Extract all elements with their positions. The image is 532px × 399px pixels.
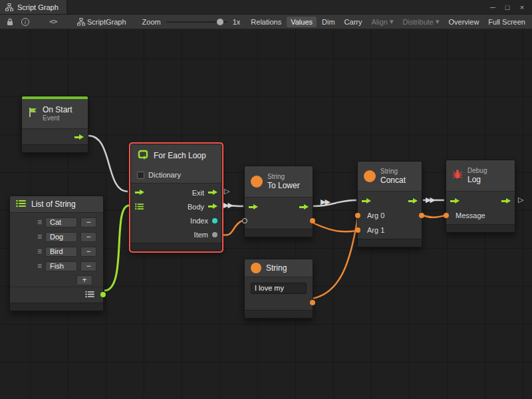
node-on-start[interactable]: On Start Event bbox=[21, 96, 88, 153]
string-type-icon bbox=[251, 263, 261, 273]
relations-button[interactable]: Relations bbox=[247, 17, 285, 27]
tab-title: Script Graph bbox=[17, 3, 59, 11]
close-icon[interactable]: × bbox=[516, 2, 528, 13]
chevron-down-icon: ▾ bbox=[390, 17, 394, 26]
remove-item-button[interactable]: − bbox=[80, 232, 96, 242]
result-output-port[interactable] bbox=[310, 218, 315, 223]
flow-input-port[interactable] bbox=[135, 190, 144, 196]
node-string-literal[interactable]: String bbox=[244, 259, 313, 319]
arg1-label: Arg 1 bbox=[367, 226, 384, 234]
code-view-icon[interactable]: <> bbox=[45, 16, 61, 27]
body-flow-arrows-icon: ▶▶ bbox=[223, 201, 232, 209]
bug-icon bbox=[452, 169, 463, 182]
tab-script-graph[interactable]: Script Graph bbox=[0, 0, 67, 14]
list-item-field[interactable]: Bird bbox=[45, 247, 77, 257]
zoom-label: Zoom bbox=[142, 18, 161, 26]
port-row-enter-exit: Exit bbox=[131, 186, 221, 200]
item-output-port[interactable] bbox=[212, 232, 217, 237]
list-item-field[interactable]: Dog bbox=[45, 232, 77, 242]
drag-handle-icon[interactable]: ≡ bbox=[37, 261, 42, 271]
flow-input-port[interactable] bbox=[362, 198, 371, 204]
arg1-input-port[interactable] bbox=[355, 227, 360, 233]
zoom-value: 1x bbox=[233, 18, 241, 26]
add-item-button[interactable]: + bbox=[76, 275, 92, 285]
string-value-input[interactable] bbox=[251, 283, 307, 294]
body-output-port[interactable] bbox=[208, 203, 217, 209]
node-string-concat[interactable]: String Concat Arg 0 Arg 1 bbox=[357, 161, 422, 247]
node-footer bbox=[446, 224, 515, 232]
zoom-slider-thumb[interactable] bbox=[217, 19, 223, 25]
node-footer bbox=[22, 144, 88, 152]
index-output-port[interactable] bbox=[212, 218, 217, 223]
node-ports: Exit B bbox=[131, 183, 221, 243]
port-row-index: Index bbox=[131, 213, 221, 227]
values-button[interactable]: Values bbox=[287, 17, 317, 27]
toolbar-buttons: Relations Values Dim Carry Align ▾ Distr… bbox=[247, 16, 529, 27]
remove-item-button[interactable]: − bbox=[80, 247, 96, 257]
remove-item-button[interactable]: − bbox=[80, 217, 96, 227]
port-row-item: Item bbox=[131, 227, 221, 241]
port-row-flow bbox=[245, 200, 313, 214]
string-type-icon bbox=[251, 176, 263, 188]
list-input-port-icon[interactable] bbox=[135, 201, 144, 213]
drag-handle-icon[interactable]: ≡ bbox=[37, 232, 42, 241]
carry-button[interactable]: Carry bbox=[340, 17, 366, 27]
node-list-of-string[interactable]: List of String ≡ Cat − ≡ Dog − ≡ Bird − bbox=[9, 196, 104, 311]
node-footer bbox=[245, 310, 313, 318]
flow-output-port[interactable] bbox=[74, 134, 84, 140]
arg0-input-port[interactable] bbox=[355, 213, 360, 218]
remove-item-button[interactable]: − bbox=[80, 261, 96, 271]
string-type-icon bbox=[364, 170, 376, 182]
result-output-port[interactable] bbox=[419, 213, 424, 218]
minimize-icon[interactable]: ─ bbox=[487, 2, 499, 13]
flow-input-port[interactable] bbox=[450, 198, 460, 204]
flow-output-port[interactable] bbox=[501, 198, 511, 204]
node-header: String bbox=[245, 259, 313, 277]
log-exit-arrow-icon: ▷ bbox=[518, 196, 522, 203]
wire-onstart-to-foreach bbox=[88, 136, 128, 192]
node-for-each-loop[interactable]: For Each Loop Dictionary Exit bbox=[130, 144, 222, 251]
add-item-row: + bbox=[10, 273, 103, 287]
message-input-port[interactable] bbox=[444, 213, 449, 218]
node-debug-log[interactable]: Debug Log Message bbox=[446, 160, 515, 233]
list-item-field[interactable]: Cat bbox=[45, 217, 77, 227]
port-row-value bbox=[245, 214, 313, 227]
graph-canvas[interactable]: ▷ ▶▶ ▶▶ ▶▶ ▷ On Start Event bbox=[0, 29, 532, 399]
dictionary-option-row: Dictionary bbox=[131, 167, 221, 183]
list-item-field[interactable]: Fish bbox=[45, 261, 77, 271]
node-header: List of String bbox=[10, 196, 103, 212]
zoom-slider[interactable] bbox=[166, 18, 227, 26]
maximize-icon[interactable]: □ bbox=[501, 2, 513, 13]
title-bar: Script Graph ─ □ × bbox=[0, 0, 532, 15]
info-icon[interactable]: i bbox=[17, 17, 33, 27]
distribute-dropdown[interactable]: Distribute ▾ bbox=[399, 16, 444, 27]
dictionary-checkbox[interactable] bbox=[137, 172, 144, 179]
drag-handle-icon[interactable]: ≡ bbox=[37, 217, 42, 227]
exit-output-port[interactable] bbox=[208, 190, 217, 196]
dim-button[interactable]: Dim bbox=[318, 17, 339, 27]
node-subtitle: Event bbox=[43, 114, 72, 122]
node-footer bbox=[10, 303, 103, 311]
align-dropdown[interactable]: Align ▾ bbox=[368, 16, 398, 27]
lock-icon[interactable] bbox=[3, 17, 17, 27]
fullscreen-button[interactable]: Full Screen bbox=[484, 17, 529, 27]
list-output-row bbox=[10, 287, 103, 301]
string-output-port[interactable] bbox=[310, 300, 315, 305]
list-output-port[interactable] bbox=[100, 292, 106, 297]
graph-breadcrumb[interactable]: ScriptGraph bbox=[73, 17, 130, 27]
overview-button[interactable]: Overview bbox=[445, 17, 483, 27]
list-item-row: ≡ Dog − bbox=[10, 229, 103, 244]
literal-field-row bbox=[245, 279, 313, 297]
node-ports bbox=[22, 128, 88, 144]
port-row-arg0: Arg 0 bbox=[358, 208, 422, 223]
node-string-to-lower[interactable]: String To Lower bbox=[244, 166, 313, 237]
drag-handle-icon[interactable]: ≡ bbox=[37, 247, 42, 256]
chevron-down-icon: ▾ bbox=[436, 17, 440, 26]
flow-input-port[interactable] bbox=[249, 204, 258, 210]
exit-port-arrow-icon: ▷ bbox=[224, 188, 228, 195]
string-input-port[interactable] bbox=[242, 218, 247, 223]
list-icon bbox=[16, 198, 27, 210]
flow-output-port[interactable] bbox=[408, 198, 418, 204]
node-title: To Lower bbox=[267, 181, 300, 190]
flow-output-port[interactable] bbox=[299, 204, 309, 210]
